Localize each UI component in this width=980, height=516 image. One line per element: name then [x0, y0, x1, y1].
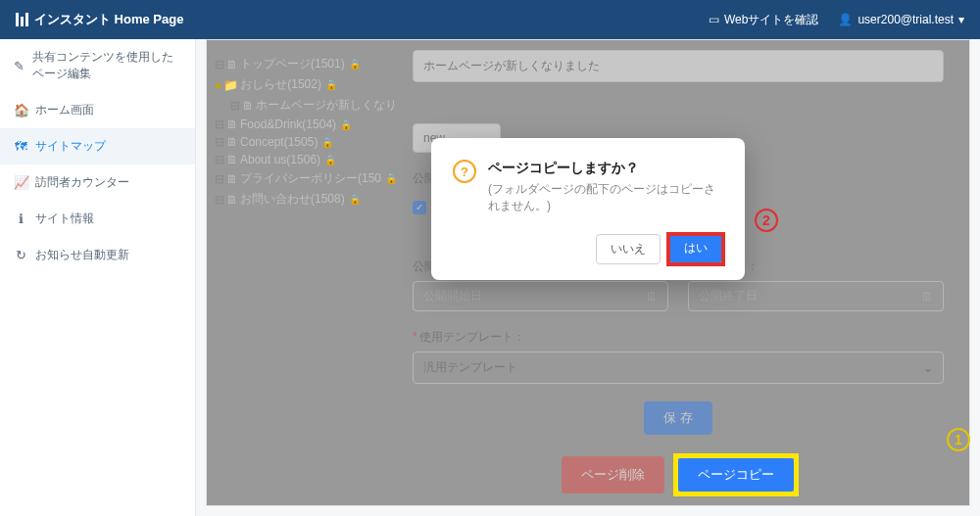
- brand-logo: [16, 13, 28, 26]
- page-icon: 🗎: [226, 135, 238, 149]
- sidebar-item-label: 訪問者カウンター: [35, 174, 129, 191]
- sidebar: ✎共有コンテンツを使用したページ編集 🏠ホーム画面 🗺サイトマップ 📈訪問者カウ…: [0, 39, 196, 516]
- bullet-icon: ●: [215, 78, 221, 92]
- refresh-icon: ↻: [14, 248, 27, 262]
- user-label: user200@trial.test: [858, 13, 954, 26]
- modal-no-button[interactable]: いいえ: [596, 234, 661, 264]
- info-icon: ℹ: [14, 211, 27, 226]
- calendar-icon: 🗓: [921, 290, 933, 304]
- save-button[interactable]: 保 存: [644, 401, 712, 435]
- modal-yes-button[interactable]: はい: [668, 234, 723, 262]
- chart-icon: 📈: [14, 175, 27, 190]
- modal-title: ページコピーしますか？: [488, 160, 723, 177]
- modal-subtitle: (フォルダページの配下のページはコピーされません。): [488, 181, 723, 214]
- annotation-2: 2: [755, 209, 778, 232]
- template-value: 汎用テンプレート: [423, 359, 517, 376]
- tree-row[interactable]: ⊟🗎トップページ(1501)🔒: [213, 54, 397, 74]
- sidebar-item-label: お知らせ自動更新: [35, 247, 129, 263]
- edit-icon: ✎: [14, 59, 24, 73]
- lock-icon: 🔒: [340, 119, 352, 130]
- page-title-value: ホームページが新しくなりました: [423, 59, 600, 72]
- annotation-1: 1: [947, 428, 970, 451]
- sitemap-icon: 🗺: [14, 139, 27, 154]
- sidebar-item-siteinfo[interactable]: ℹサイト情報: [0, 201, 195, 237]
- sidebar-item-label: ホーム画面: [35, 102, 94, 118]
- lock-icon: 🔒: [325, 79, 337, 90]
- check-website-label: Webサイトを確認: [724, 12, 818, 28]
- end-date-input[interactable]: 公開終了日🗓: [688, 281, 944, 311]
- sidebar-item-counter[interactable]: 📈訪問者カウンター: [0, 164, 195, 201]
- tree-label: トップページ(1501): [240, 56, 345, 72]
- template-select[interactable]: 汎用テンプレート⌄: [413, 352, 944, 384]
- question-icon: ?: [453, 160, 476, 183]
- check-website-link[interactable]: ▭ Webサイトを確認: [709, 12, 818, 28]
- topbar: インスタント Home Page ▭ Webサイトを確認 👤 user200@t…: [0, 0, 980, 39]
- tree-label: おしらせ(1502): [240, 76, 321, 93]
- page-copy-highlight: ページコピー: [676, 456, 796, 493]
- main-panel: ⊟🗎トップページ(1501)🔒●📁おしらせ(1502)🔒⊟🗎ホームページが新しく…: [206, 39, 970, 506]
- calendar-icon: 🗓: [646, 290, 658, 304]
- sidebar-item-sitemap[interactable]: 🗺サイトマップ: [0, 128, 195, 164]
- tree-label: お問い合わせ(1508): [240, 191, 345, 208]
- tree-label: Food&Drink(1504): [240, 117, 336, 131]
- page-delete-button[interactable]: ページ削除: [562, 456, 664, 493]
- sidebar-item-home[interactable]: 🏠ホーム画面: [0, 92, 195, 128]
- publish-checkbox[interactable]: ✓: [413, 201, 426, 214]
- tree-row[interactable]: ●📁おしらせ(1502)🔒: [213, 74, 397, 95]
- brand: インスタント Home Page: [16, 11, 183, 28]
- lock-icon: 🔒: [385, 173, 397, 184]
- sidebar-item-shared-edit[interactable]: ✎共有コンテンツを使用したページ編集: [0, 39, 195, 92]
- tree-row[interactable]: ⊟🗎お問い合わせ(1508)🔒: [213, 189, 397, 210]
- start-date-ph: 公開開始日: [423, 288, 482, 305]
- page-title-input[interactable]: ホームページが新しくなりました: [413, 50, 944, 82]
- lock-icon: 🔒: [349, 194, 361, 205]
- tree-row[interactable]: ⊟🗎プライバシーポリシー(150🔒: [213, 168, 397, 189]
- user-menu[interactable]: 👤 user200@trial.test ▾: [838, 13, 964, 26]
- tree-label: プライバシーポリシー(150: [240, 170, 381, 187]
- tree-row[interactable]: ⊟🗎Food&Drink(1504)🔒: [213, 116, 397, 133]
- tree-row[interactable]: ⊟🗎ホームページが新しくなり: [213, 95, 397, 116]
- page-tree: ⊟🗎トップページ(1501)🔒●📁おしらせ(1502)🔒⊟🗎ホームページが新しく…: [207, 40, 403, 505]
- page-icon: 📁: [223, 78, 238, 92]
- chevron-down-icon: ▾: [958, 13, 964, 26]
- page-icon: 🗎: [226, 153, 238, 166]
- page-copy-button[interactable]: ページコピー: [678, 458, 794, 492]
- chevron-down-icon: ⌄: [923, 361, 933, 375]
- tree-label: Concept(1505): [240, 135, 318, 149]
- page-icon: 🗎: [226, 58, 238, 71]
- lock-icon: 🔒: [324, 155, 336, 165]
- page-icon: 🗎: [226, 172, 238, 186]
- start-date-input[interactable]: 公開開始日🗓: [413, 281, 668, 311]
- end-date-ph: 公開終了日: [699, 288, 758, 305]
- sidebar-item-label: サイトマップ: [35, 138, 106, 155]
- page-icon: 🗎: [242, 99, 254, 113]
- content-area: ⊟🗎トップページ(1501)🔒●📁おしらせ(1502)🔒⊟🗎ホームページが新しく…: [196, 39, 980, 516]
- sidebar-item-label: 共有コンテンツを使用したページ編集: [32, 49, 181, 82]
- template-label: *使用テンプレート：: [413, 329, 944, 346]
- tree-label: About us(1506): [240, 153, 320, 166]
- lock-icon: 🔒: [349, 59, 361, 70]
- tree-row[interactable]: ⊟🗎Concept(1505)🔒: [213, 133, 397, 151]
- tree-label: ホームページが新しくなり: [256, 97, 397, 114]
- sidebar-item-label: サイト情報: [35, 211, 94, 227]
- tree-row[interactable]: ⊟🗎About us(1506)🔒: [213, 151, 397, 168]
- brand-text: インスタント Home Page: [34, 11, 183, 28]
- page-icon: 🗎: [226, 193, 238, 207]
- confirm-modal: ? ページコピーしますか？ (フォルダページの配下のページはコピーされません。)…: [431, 138, 745, 280]
- external-icon: ▭: [709, 13, 719, 26]
- user-icon: 👤: [838, 13, 853, 26]
- home-icon: 🏠: [14, 103, 27, 117]
- modal-yes-highlight: はい: [668, 234, 723, 264]
- lock-icon: 🔒: [321, 137, 333, 148]
- sidebar-item-autoupdate[interactable]: ↻お知らせ自動更新: [0, 237, 195, 273]
- page-icon: 🗎: [226, 117, 238, 131]
